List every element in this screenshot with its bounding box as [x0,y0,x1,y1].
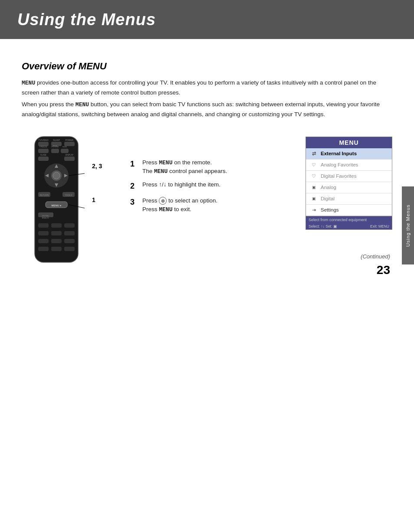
step-number-2: 2 [130,180,142,192]
remote-control-illustration: TV/VIDEO SLEEP POWER FREEZE PICTURE WIDE… [22,132,108,273]
diagram-area: TV/VIDEO SLEEP POWER FREEZE PICTURE WIDE… [22,132,392,273]
svg-text:FREEZE: FREEZE [39,146,47,148]
menu-item-label-digital: Digital [321,196,335,201]
menu-title-bar: MENU [306,137,392,148]
svg-rect-34 [38,223,49,228]
svg-text:DISPLAY: DISPLAY [66,154,74,156]
svg-text:POWER: POWER [66,139,74,141]
page-number: 23 [377,263,390,277]
body-paragraph-2: When you press the MENU button, you can … [22,100,392,119]
menu-item-label-analog: Analog [321,185,336,190]
step-number-1: 1 [130,158,142,170]
menu-footer-bottom: Select: ↑↓ Set: ▣ Exit: MENU [306,223,392,229]
menu-item-analog[interactable]: ▣ Analog [306,182,392,193]
svg-rect-14 [38,157,49,161]
svg-text:TOOLS: TOOLS [65,194,73,196]
svg-text:GUIDE: GUIDE [40,154,46,156]
svg-rect-37 [38,231,49,235]
svg-text:SLEEP: SLEEP [53,139,60,141]
svg-rect-7 [38,149,49,153]
svg-rect-35 [51,223,62,228]
analog-icon: ▣ [309,184,318,191]
svg-rect-40 [38,239,49,243]
page-title: Using the Menus [17,10,156,29]
menu-item-settings[interactable]: ⇥ Settings [306,205,392,216]
main-content: Overview of MENU MENU provides one-butto… [0,39,414,290]
section-heading: Overview of MENU [22,61,392,72]
step-text-3: Press ⊕ to select an option. Press MENU … [142,196,217,214]
header-banner: Using the Menus [0,0,414,39]
svg-rect-38 [51,231,62,235]
menu-item-label-digital-favorites: Digital Favorites [321,173,356,179]
menu-panel: MENU ⇄ External Inputs ♡ Analog Favorite… [306,137,392,230]
svg-point-24 [53,172,60,179]
svg-rect-42 [64,239,75,243]
continued-text: (Continued) [361,253,390,260]
menu-item-label-external-inputs: External Inputs [321,151,357,156]
svg-rect-9 [51,149,59,153]
side-tab: Using the Menus [402,186,414,264]
menu-item-analog-favorites[interactable]: ♡ Analog Favorites [306,160,392,171]
svg-rect-15 [64,157,75,161]
svg-rect-36 [64,223,75,228]
settings-icon: ⇥ [309,206,318,213]
svg-text:TV/VIDEO: TV/VIDEO [38,139,48,141]
menu-item-label-settings: Settings [321,207,339,212]
step-3: 3 Press ⊕ to select an option. Press MEN… [130,196,292,214]
menu-item-external-inputs[interactable]: ⇄ External Inputs [306,148,392,160]
menu-item-label-analog-favorites: Analog Favorites [321,162,358,167]
svg-text:RETURN: RETURN [40,194,49,196]
svg-rect-43 [38,247,49,251]
menu-item-digital[interactable]: ▣ Digital [306,193,392,205]
svg-text:MODE: MODE [53,145,58,147]
instructions-area: 1 Press MENU on the remote. The MENU con… [122,132,292,219]
digital-favorites-icon: ♡ [309,173,318,180]
step-text-2: Press ↑/↓ to highlight the item. [142,180,220,189]
svg-rect-45 [64,247,75,251]
callout-label-1: 1 [92,196,95,203]
menu-footer-exit: Exit: MENU [370,224,389,228]
menu-item-digital-favorites[interactable]: ♡ Digital Favorites [306,171,392,182]
remote-svg: TV/VIDEO SLEEP POWER FREEZE PICTURE WIDE… [22,132,91,271]
svg-text:ANALOG: ANALOG [42,217,49,219]
digital-icon: ▣ [309,195,318,202]
step-2: 2 Press ↑/↓ to highlight the item. [130,180,292,192]
svg-rect-44 [51,247,62,251]
menu-footer-text: Select from connected equipment [306,216,392,223]
analog-favorites-icon: ♡ [309,161,318,168]
callout-label-23: 2, 3 [92,163,102,170]
svg-rect-39 [64,231,75,235]
step-text-1: Press MENU on the remote. The MENU contr… [142,158,227,176]
svg-rect-10 [61,149,69,153]
menu-footer-select: Select: ↑↓ Set: ▣ [309,224,337,228]
svg-text:MENU ●: MENU ● [52,204,62,207]
body-paragraph-1: MENU provides one-button access for cont… [22,78,392,97]
step-number-3: 3 [130,196,142,208]
svg-text:WIDE: WIDE [62,146,67,148]
svg-rect-41 [51,239,62,243]
step-1: 1 Press MENU on the remote. The MENU con… [130,158,292,176]
external-inputs-icon: ⇄ [309,150,318,157]
